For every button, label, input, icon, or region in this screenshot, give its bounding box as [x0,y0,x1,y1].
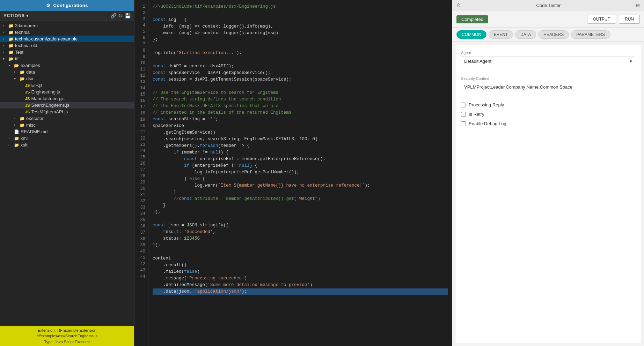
line-number: 10 [138,60,145,66]
code-line: .getEngItemService() [153,129,448,136]
refresh-icon[interactable]: ↻ [118,13,123,18]
code-line: .search(session, searchString, EngItemMa… [153,136,448,143]
code-line [153,249,448,255]
config-header-icon: ⚙ [46,3,51,8]
agent-label: Agent [461,51,635,55]
agent-select[interactable]: Default Agent ▾ [461,56,635,66]
file-icon: 📁 [20,123,25,128]
file-icon: 📁 [8,23,14,28]
tree-item-xslt[interactable]: ›📁xslt [0,142,134,148]
code-content[interactable]: //\u0023include:tif/examples/dsx/Enginee… [148,0,452,346]
line-number: 29 [138,179,145,186]
file-icon: 📂 [14,63,19,68]
code-editor[interactable]: 1234567891011121314151617181920212223242… [134,0,452,346]
tree-item-label: Manufacturing.js [31,96,64,101]
tree-item-label: technia-old [15,43,37,48]
line-number: 18 [138,110,145,116]
left-panel: ⚙ Configurations ACTIONS ▾ 🔗 ↻ 💾 ›📁3dxon… [0,0,134,346]
file-icon: JS [25,96,30,101]
line-number: 30 [138,186,145,192]
tab-common[interactable]: COMMON [456,30,486,39]
tab-event[interactable]: EVENT [489,30,513,39]
code-line: // The EngItemMask.DETAILS specifies tha… [153,103,448,110]
file-icon: 📁 [8,30,14,35]
tree-item-examples[interactable]: ▾📂examples [0,62,134,69]
tree-arrow: › [8,143,14,147]
tree-item-misc[interactable]: ›📁misc [0,122,134,128]
file-icon: 📄 [14,129,19,134]
line-number: 33 [138,204,145,211]
code-line: info: (msg) => context.logger().info(msg… [153,23,448,30]
line-number: 1 [138,3,145,10]
code-line: const session = dsAPI.getTenantSession(s… [153,76,448,83]
header-icons: ⊞ [636,3,640,8]
code-line: if (enterpriseRef != null) { [153,163,448,169]
tree-item-Manufacturing.js[interactable]: JSManufacturing.js [0,95,134,102]
line-number: 39 [138,242,145,248]
tab-data[interactable]: DATA [515,30,536,39]
line-number: 11 [138,66,145,73]
checkbox-enable_debug_log[interactable] [461,121,466,126]
code-line: const dsAPI = context.dsxAPI(); [153,63,448,70]
code-line: const enterpriseRef = member.getEnterpri… [153,156,448,163]
tree-item-data[interactable]: ›📁data [0,69,134,75]
agent-value: Default Agent [464,59,491,64]
file-tree: ›📁3dxonprem›📁technia›📁technia-customizat… [0,21,134,326]
chevron-down-icon: ▾ [26,13,29,18]
tree-item-technia-old[interactable]: ›📁technia-old [0,42,134,49]
tabs-row: COMMONEVENTDATAHEADERSPARAMETERS [452,28,644,42]
tree-item-Test[interactable]: ›📁Test [0,49,134,55]
output-button[interactable]: OUTPUT [587,15,616,24]
divider-1 [461,72,635,72]
tree-item-label: technia [15,30,30,35]
code-line: const json = JSON.stringify({ [153,222,448,229]
tree-item-executor[interactable]: ›📁executor [0,115,134,122]
code-line: }); [153,209,448,216]
link-icon[interactable]: 🔗 [110,13,116,18]
code-line: .getMembers().forEach(member => { [153,143,448,149]
tree-item-3dxonprem[interactable]: ›📁3dxonprem [0,22,134,29]
line-number: 16 [138,98,145,104]
right-content: Agent Default Agent ▾ Security Context V… [455,45,641,343]
line-number: 3 [138,16,145,22]
tree-item-SearchEngItems.js[interactable]: JSSearchEngItems.js [0,102,134,108]
file-icon: 📁 [20,116,25,121]
line-number: 17 [138,104,145,110]
tab-parameters[interactable]: PARAMETERS [571,30,610,39]
tree-item-label: TestMfgItemAPI.js [31,109,68,114]
tree-arrow: › [14,70,20,74]
file-path-info: tif/examples/dsx/SearchEngItems.js [3,333,131,339]
tree-arrow: › [3,24,8,28]
status-badge: Completed [456,15,488,23]
actions-button[interactable]: ACTIONS ▾ [3,13,29,18]
configurations-title: Configurations [53,3,88,8]
line-number: 32 [138,198,145,204]
line-number: 27 [138,167,145,173]
tree-item-dsx[interactable]: ▾📂dsx [0,75,134,82]
code-line: } [153,189,448,196]
tree-item-tif[interactable]: ▾📂tif [0,55,134,62]
code-tester-title: Code Tester [461,3,636,8]
code-line: // interested in the details of the retu… [153,110,448,116]
checkbox-processing_reply[interactable] [461,103,466,107]
line-number: 23 [138,142,145,148]
tree-item-technia-customization-example[interactable]: ›📁technia-customization-example [0,36,134,42]
tree-item-xml[interactable]: ›📁xml [0,135,134,142]
code-line: .data(json, 'application/json'); [153,288,448,295]
save-icon[interactable]: 💾 [125,13,131,18]
tree-item-technia[interactable]: ›📁technia [0,29,134,36]
tree-arrow: ▾ [8,63,14,67]
tree-item-TestMfgItemAPI.js[interactable]: JSTestMfgItemAPI.js [0,108,134,115]
tree-item-EIP.js[interactable]: JSEIP.js [0,82,134,89]
line-number: 34 [138,211,145,217]
tree-item-README.md[interactable]: 📄README.md [0,128,134,135]
tree-item-Engineering.js[interactable]: JSEngineering.js [0,89,134,95]
line-number: 15 [138,91,145,98]
file-icon: JS [25,90,30,95]
grid-icon[interactable]: ⊞ [636,3,640,8]
tab-headers[interactable]: HEADERS [538,30,569,39]
checkbox-is_retry[interactable] [461,112,466,117]
run-button[interactable]: RUN [619,15,640,24]
code-line: const spaceService = dsAPI.getSpaceServi… [153,70,448,76]
line-number: 6 [138,35,145,41]
